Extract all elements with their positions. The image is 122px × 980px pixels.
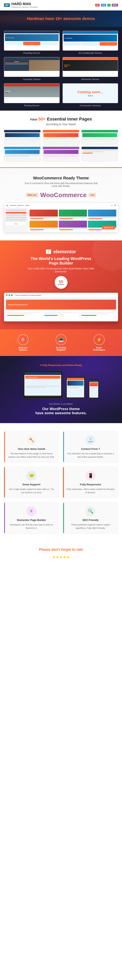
cart-badge: Cart <box>88 193 96 197</box>
demo-item-electrician[interactable]: Electrician Electrician Service <box>63 57 118 80</box>
coming-soon-text: Coming soon... <box>77 90 103 94</box>
feature-desc-seo: Theme perfectly supports search engine a… <box>66 523 115 530</box>
woo-mockup-body: Filter <box>4 208 118 232</box>
woo-product-3 <box>88 210 116 220</box>
woo-mockup-header: 🏠 Products Services About 🛒 ❤ <box>4 203 118 208</box>
woo-sidebar-item-4 <box>6 217 26 218</box>
feature-desc-contact-form: The extension can be of great help to em… <box>66 452 115 458</box>
elementor-subtitle: Join 4,000,000+ Professionals Who Build … <box>23 267 99 273</box>
logo-tagline: Handyman Services Template <box>11 6 38 8</box>
demo-label-carpenter: Carpenter Service <box>4 78 59 80</box>
feature-icon-all-in-one: 🎯 All-in-one Solution <box>15 334 31 351</box>
feature-icons-row: 🎯 All-in-one Solution 💻 No Coding Requir… <box>0 329 122 356</box>
demo-item-plumbing[interactable]: Plumbing Supplies Plumbing Service <box>4 31 59 54</box>
elem-mock-card-1 <box>6 311 42 319</box>
demo-thumb-air: Air Conditioning <box>63 31 118 51</box>
seo-icon: 🔍 <box>85 506 95 516</box>
page-thumb-5 <box>43 146 79 161</box>
woo-product-2 <box>59 210 87 220</box>
widgets-label: Widgets <box>58 284 64 285</box>
feature-desc-demo-install: The best feature of this plugin is, that… <box>7 452 56 458</box>
feature-card-elementor: E Elementor Page Builder Developers can … <box>4 502 59 534</box>
feature-desc-elementor: Developers can find the easy way to work… <box>7 523 56 530</box>
feature-icon-no-coding: 💻 No Coding Required <box>53 334 69 351</box>
theme-note: Our theme is excellent: <box>4 402 118 406</box>
hero-count: 19+ <box>55 16 62 21</box>
footer-cta-prefix: Please don't forget to <box>39 547 76 552</box>
demo-thumb-roofing: Roofing <box>4 83 59 103</box>
demo-thumb-construction: Coming soon... <box>63 83 118 103</box>
demo-item-air[interactable]: Air Conditioning Air Conditionale Servic… <box>63 31 118 54</box>
badge-7: 7 <box>108 4 110 6</box>
elementor-title-line1: The World's Leading WordPress <box>4 256 118 261</box>
page-thumb-4 <box>4 146 40 161</box>
elementor-title-line2: Page Builder <box>4 261 118 266</box>
woocommerce-section: WooCommerce Ready Theme Your E-commerce … <box>0 168 122 240</box>
woo-logo-area: Wish List WooCommerce Cart <box>4 191 118 199</box>
wish-list-badge: Wish List <box>26 193 38 197</box>
woo-mockup: 🏠 Products Services About 🛒 ❤ Filter <box>4 203 118 232</box>
hero-section: Hardman have 19+ awesome demos <box>0 11 122 27</box>
demo-item-construction[interactable]: Coming soon... Construction Services <box>63 83 118 107</box>
page-thumb-1 <box>4 130 40 145</box>
devices-showcase: Air Conditioning Services <box>4 371 118 399</box>
feature-card-contact-form: 7 Contact Contact Form 7 The extension c… <box>63 431 118 463</box>
feature-title-contact-form: Contact Form 7 <box>66 447 115 450</box>
feature-card-support: 🤝 Great Support! Get a high quality supp… <box>4 466 59 498</box>
support-icon: 🤝 <box>27 471 37 480</box>
woo-title: WooCommerce Ready Theme <box>4 176 118 180</box>
elem-dot-2 <box>8 294 10 296</box>
elem-mock-card-3 <box>80 311 116 319</box>
elem-mock-grid <box>6 311 116 319</box>
inner-pages-count: 50+ <box>38 116 45 121</box>
inner-pages-title: Have 50+ Essential Inner Pages <box>4 116 118 122</box>
hero-title-prefix: Hardman have <box>27 16 55 21</box>
demo-grid: Plumbing Supplies Plumbing Service Air C… <box>4 31 118 107</box>
quick-view-button[interactable]: Quick View <box>102 226 115 229</box>
contact-form-icon: 7 Contact <box>85 435 95 445</box>
elem-mock-header: We Are Heating & Plumbing Supplies <box>4 293 118 298</box>
badge-es: ES <box>95 4 100 6</box>
device-laptop: Air Conditioning Services <box>23 371 63 399</box>
feature-title-elementor: Elementor Page Builder <box>7 519 56 522</box>
woo-sidebar-item-2 <box>6 212 26 213</box>
tablet-screen <box>67 378 84 398</box>
feature-title-demo-install: One click demo install <box>7 447 56 450</box>
widgets-count: 55 <box>59 280 63 284</box>
faster-label: Faster Performance <box>91 347 107 351</box>
woo-product-1 <box>29 210 58 220</box>
elem-dot-3 <box>11 294 13 296</box>
elem-dot-1 <box>6 294 8 296</box>
demo-item-roofing[interactable]: Roofing Roofing Service <box>4 83 59 107</box>
demo-thumb-carpenter: Carpenter <box>4 57 59 77</box>
elementor-mockup: We Are Heating & Plumbing Supplies Heati… <box>4 293 118 321</box>
features-section: 🔧 One click demo install The best featur… <box>0 423 122 542</box>
page-thumb-3 <box>82 130 118 145</box>
feature-card-responsive: 📱 Fully Responsive Fully responsive, ret… <box>63 466 118 498</box>
elementor-section: E elementor The World's Leading WordPres… <box>0 241 122 329</box>
inner-pages-subtitle: According to Your Need! <box>4 123 118 126</box>
feature-desc-support: Get a high quality support to trace with… <box>7 488 56 494</box>
footer-cta-title: Please don't forget to rate <box>4 547 118 552</box>
demo-item-carpenter[interactable]: Carpenter Carpenter Service <box>4 57 59 80</box>
demo-label-construction: Construction Services <box>63 104 118 107</box>
all-in-one-icon: 🎯 <box>18 334 29 345</box>
widgets-badge: 55 Widgets <box>55 276 67 289</box>
footer-cta: Please don't forget to rate ★★★★★ <box>0 542 122 565</box>
pages-grid <box>4 130 118 161</box>
device-tablet <box>66 377 85 399</box>
faster-icon: ⚡ <box>94 334 104 345</box>
elementor-feature-icon: E <box>27 506 37 516</box>
inner-pages-section: Have 50+ Essential Inner Pages According… <box>0 111 122 167</box>
feature-title-seo: SEO Friendly <box>66 519 115 522</box>
demo-thumb-plumbing: Plumbing Supplies <box>4 31 59 51</box>
demo-label-electrician: Electrician Service <box>63 78 118 80</box>
elem-mock-body: Heating & Plumbing Solutions <box>4 298 118 321</box>
star-rating[interactable]: ★★★★★ <box>4 555 118 560</box>
responsive-icon: 📱 <box>85 471 95 480</box>
feature-card-seo: 🔍 SEO Friendly Theme perfectly supports … <box>63 502 118 534</box>
demo-grid-section: Plumbing Supplies Plumbing Service Air C… <box>0 27 122 111</box>
woo-nav: 🏠 Products Services About <box>6 204 29 206</box>
feature-card-demo-install: 🔧 One click demo install The best featur… <box>4 431 59 463</box>
demo-label-air: Air Conditionale Service <box>63 52 118 54</box>
